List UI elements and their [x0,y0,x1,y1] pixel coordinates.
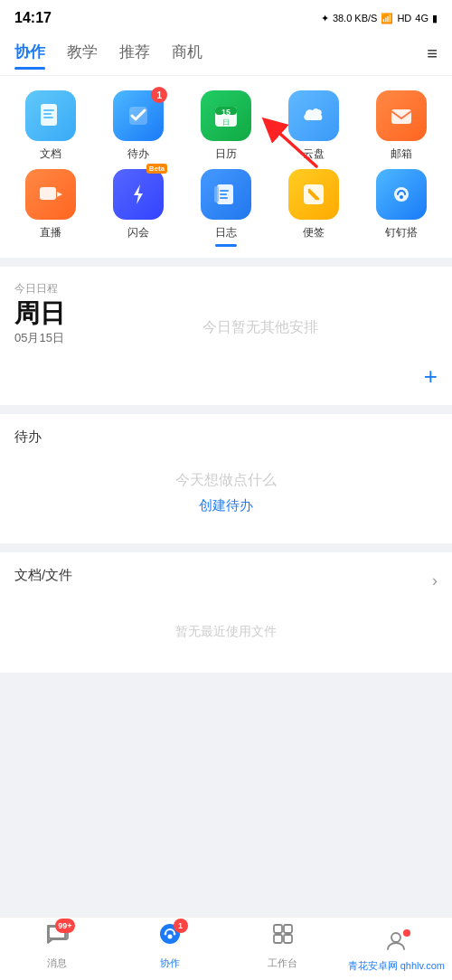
schedule-day: 周日 05月15日 今日暂无其他安排 [14,300,438,355]
live-label: 直播 [40,225,61,240]
doc-label: 文档 [40,146,61,162]
svg-point-26 [173,933,175,936]
app-item-mail[interactable]: 邮箱 [357,90,445,162]
add-schedule-button[interactable]: + [424,363,438,391]
svg-point-31 [391,933,400,942]
svg-text:15: 15 [221,108,231,117]
day-date: 05月15日 [14,330,69,346]
files-empty-text: 暂无最近使用文件 [14,606,438,658]
diary-icon [201,169,251,220]
nav-icon-wrap-collab: 1 [154,920,186,953]
doc-icon [25,90,76,141]
collab-badge: 1 [174,919,188,933]
todo-badge: 1 [151,87,167,103]
svg-rect-14 [214,186,219,203]
dot-indicator [7,244,445,247]
cloud-icon [288,90,339,141]
nav-item-workbench[interactable]: 工作台 [267,920,299,970]
app-item-live[interactable]: 直播 [7,169,95,240]
dot-active [215,244,237,247]
app-item-flash[interactable]: Beta 闪会 [95,169,183,240]
mail-icon [376,90,427,141]
nav-icon-wrap-workbench [267,920,299,953]
files-title: 文档/文件 [14,567,72,584]
svg-rect-16 [220,193,227,195]
schedule-section: 今日日程 周日 05月15日 今日暂无其他安排 + [0,267,452,405]
svg-rect-3 [43,117,53,118]
app-item-calendar[interactable]: 15 日 日历 [183,90,270,162]
app-item-diary[interactable]: 日志 [183,169,270,240]
flash-icon [113,169,164,220]
dingding-label: 钉钉搭 [385,225,418,240]
files-section: 文档/文件 › 暂无最近使用文件 [0,552,452,673]
svg-rect-28 [284,925,292,933]
menu-icon[interactable]: ≡ [427,43,438,64]
diary-label: 日志 [215,225,237,240]
nav-icon-wrap-messages: 99+ [41,920,73,953]
svg-point-24 [167,935,172,939]
messages-badge: 99+ [55,919,74,933]
app-item-doc[interactable]: 文档 [7,90,95,162]
flash-beta: Beta [146,164,167,174]
schedule-add: + [14,363,438,391]
tab-teaching[interactable]: 教学 [67,42,98,66]
tab-recommend[interactable]: 推荐 [119,42,150,66]
files-arrow-icon[interactable]: › [432,571,438,590]
note-icon [288,169,339,220]
status-time: 14:17 [14,10,52,26]
app-grid-section: 文档 1 待办 1 [0,76,452,258]
svg-point-25 [164,933,166,936]
svg-rect-15 [220,190,229,192]
files-header: 文档/文件 › [14,567,438,595]
svg-rect-27 [274,925,282,933]
bluetooth-icon: ✦ [321,13,329,24]
svg-point-20 [400,195,403,199]
nav-item-me[interactable] [380,928,412,964]
svg-rect-17 [220,197,228,199]
tab-collab[interactable]: 协作 [14,42,45,66]
live-icon [25,169,76,220]
schedule-empty-text: 今日暂无其他安排 [83,300,438,355]
app-item-cloud[interactable]: 云盘 [269,90,357,162]
network-speed: 38.0 KB/S [333,13,378,24]
hd-icon: HD [397,13,411,24]
nav-item-collab[interactable]: 1 协作 [154,920,186,970]
svg-marker-11 [57,192,62,197]
day-name: 周日 [14,300,69,328]
tab-business[interactable]: 商机 [172,42,202,66]
messages-label: 消息 [47,956,67,970]
mail-label: 邮箱 [391,146,412,162]
todo-empty-text: 今天想做点什么 [175,471,277,490]
svg-marker-12 [134,184,143,204]
app-item-note[interactable]: 便签 [269,169,357,240]
app-item-todo[interactable]: 1 待办 [95,90,183,162]
schedule-label: 今日日程 [14,281,438,297]
workbench-label: 工作台 [268,956,297,970]
svg-point-19 [394,187,409,202]
nav-item-messages[interactable]: 99+ 消息 [41,920,73,970]
status-bar: 14:17 ✦ 38.0 KB/S 📶 HD 4G ▮ [0,0,452,33]
todo-label: 待办 [127,146,149,162]
svg-rect-30 [284,935,292,943]
todo-empty: 今天想做点什么 创建待办 [14,457,438,529]
create-todo-button[interactable]: 创建待办 [199,497,253,514]
svg-rect-1 [43,109,54,111]
svg-text:日: 日 [222,118,230,127]
app-item-dingding[interactable]: 钉钉搭 [357,169,445,240]
todo-section: 待办 今天想做点什么 创建待办 [0,414,452,543]
battery-icon: ▮ [432,13,438,24]
cal-icon: 15 日 [201,90,251,141]
svg-rect-10 [40,187,56,200]
dingding-icon [376,169,427,220]
signal-icon: 4G [415,13,428,24]
todo-section-title: 待办 [14,429,438,446]
svg-rect-2 [43,113,52,115]
svg-rect-9 [391,109,411,124]
nav-icon-wrap-me [380,928,412,960]
day-info: 周日 05月15日 [14,300,69,346]
cloud-label: 云盘 [303,146,325,162]
status-icons: ✦ 38.0 KB/S 📶 HD 4G ▮ [321,13,438,24]
cal-label: 日历 [215,146,237,162]
collab-label: 协作 [160,956,180,970]
wifi-icon: 📶 [381,13,393,24]
